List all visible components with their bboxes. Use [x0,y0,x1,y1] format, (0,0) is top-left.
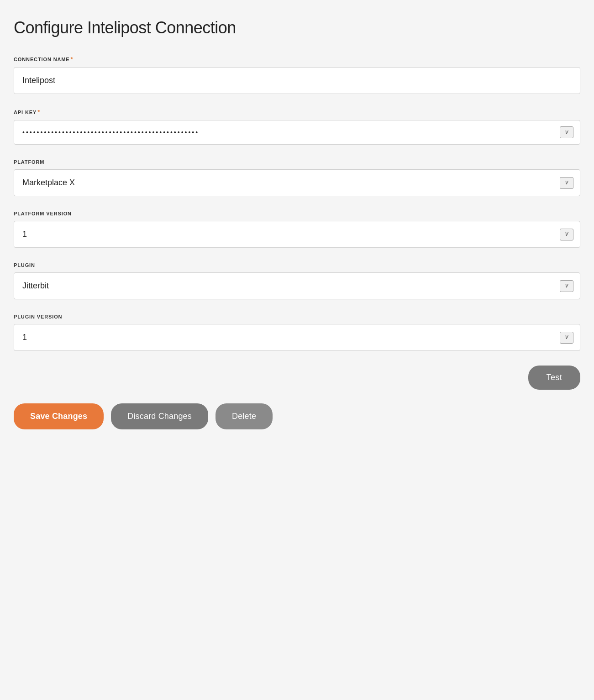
page-container: Configure Intelipost Connection CONNECTI… [0,0,594,700]
test-button-row: Test [14,366,580,390]
discard-changes-button[interactable]: Discard Changes [111,403,208,429]
connection-name-input-wrapper [14,67,580,94]
platform-version-input-wrapper: V [14,221,580,248]
platform-group: PLATFORM V [14,159,580,196]
plugin-label: PLUGIN [14,262,580,268]
validate-icon-text-plugin-version: V [565,335,568,340]
platform-input-wrapper: V [14,169,580,196]
test-button[interactable]: Test [528,366,580,390]
plugin-version-input-wrapper: V [14,324,580,351]
api-key-label: API KEY * [14,109,580,115]
required-star-api-key: * [37,109,40,115]
api-key-group: API KEY * V [14,109,580,145]
platform-version-group: PLATFORM VERSION V [14,211,580,248]
plugin-validate-icon[interactable]: V [560,280,573,292]
validate-icon-text-platform-version: V [565,232,568,237]
api-key-input-wrapper: V [14,120,580,145]
plugin-version-label: PLUGIN VERSION [14,314,580,319]
platform-version-validate-icon[interactable]: V [560,229,573,240]
platform-input[interactable] [14,170,580,196]
plugin-group: PLUGIN V [14,262,580,299]
plugin-version-group: PLUGIN VERSION V [14,314,580,351]
api-key-validate-icon[interactable]: V [560,126,573,138]
platform-validate-icon[interactable]: V [560,177,573,189]
platform-label: PLATFORM [14,159,580,165]
connection-name-group: CONNECTION NAME * [14,56,580,94]
platform-version-input[interactable] [14,221,580,247]
connection-name-label: CONNECTION NAME * [14,56,580,63]
plugin-input-wrapper: V [14,272,580,299]
validate-icon-text-plugin: V [565,283,568,288]
delete-button[interactable]: Delete [216,403,273,429]
required-star-connection: * [71,56,74,63]
platform-version-label: PLATFORM VERSION [14,211,580,216]
plugin-version-input[interactable] [14,324,580,350]
plugin-input[interactable] [14,273,580,299]
action-buttons-row: Save Changes Discard Changes Delete [14,403,580,429]
api-key-input[interactable] [14,120,580,144]
validate-icon-text: V [565,130,568,135]
save-changes-button[interactable]: Save Changes [14,403,104,429]
plugin-version-validate-icon[interactable]: V [560,332,573,344]
page-title: Configure Intelipost Connection [14,18,580,37]
connection-name-input[interactable] [14,68,580,94]
validate-icon-text-platform: V [565,180,568,185]
